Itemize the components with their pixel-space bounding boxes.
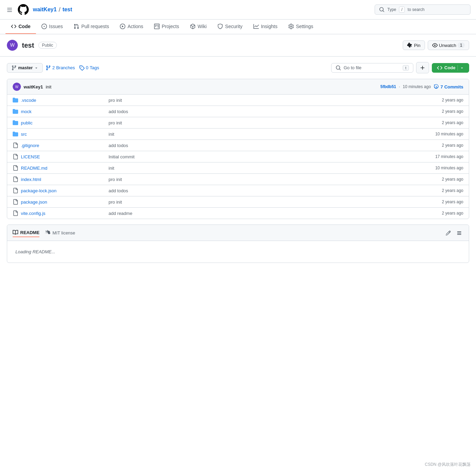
file-commit-message[interactable]: Initial commit [109,154,409,159]
code-btn-chevron-icon[interactable] [460,66,464,70]
file-icon [13,154,18,159]
unwatch-button[interactable]: Unwatch 1 [428,40,469,50]
file-name-link[interactable]: vite.config.js [13,210,109,216]
tab-actions[interactable]: Actions [114,20,149,34]
commit-author-name[interactable]: waitKey1 [24,84,43,89]
file-name-link[interactable]: .gitignore [13,143,109,148]
go-to-file-label: Go to file [344,65,400,70]
tab-code[interactable]: Code [5,20,36,34]
file-commit-message[interactable]: add todos [109,143,409,148]
tab-projects[interactable]: Projects [149,20,185,34]
commit-info-row: W waitKey1 init 5fbdb51 · 10 minutes ago… [7,79,469,95]
insights-icon [253,24,259,29]
tab-wiki-label: Wiki [198,24,206,29]
tags-count: 0 [86,65,88,70]
file-commit-time: 2 years ago [409,177,463,182]
file-commit-time: 2 years ago [409,188,463,193]
readme-section: README MIT license Loading README... [7,225,469,263]
add-file-button[interactable] [416,62,429,73]
tab-issues[interactable]: Issues [36,20,68,34]
tab-pullrequests[interactable]: Pull requests [68,20,114,34]
branches-count: 2 [52,65,55,70]
commit-author-avatar: W [13,83,21,91]
tab-pullrequests-label: Pull requests [81,24,109,29]
edit-icon [446,230,451,236]
branch-name: master [18,65,33,70]
path-separator: / [59,6,60,13]
tab-security[interactable]: Security [212,20,248,34]
file-name-link[interactable]: package.json [13,199,109,205]
actions-icon [120,24,125,29]
code-btn-divider [458,65,458,71]
toc-button[interactable] [455,228,463,237]
file-name-link[interactable]: README.md [13,165,109,171]
tab-wiki[interactable]: Wiki [185,20,212,34]
file-name-link[interactable]: index.html [13,177,109,182]
commit-message[interactable]: init [46,84,51,89]
file-commit-message[interactable]: init [109,166,409,171]
file-commit-message[interactable]: add todos [109,188,409,193]
hamburger-button[interactable] [5,5,14,15]
repo-title: test [22,41,34,49]
folder-icon [13,97,18,103]
file-name-link[interactable]: .vscode [13,97,109,103]
readme-icon [13,230,18,235]
file-name-link[interactable]: public [13,120,109,125]
readme-tab[interactable]: README [13,228,39,237]
tab-code-label: Code [18,24,30,29]
folder-icon [13,120,18,125]
commit-separator: · [399,84,400,89]
commits-count-link[interactable]: 7 Commits [434,84,463,89]
repo-owner-link[interactable]: waitKey1 [33,7,57,13]
go-to-file-input[interactable]: Go to file t [331,63,413,73]
branch-selector[interactable]: master [7,63,43,73]
file-icon [13,177,18,182]
tags-link[interactable]: 0 Tags [79,65,99,71]
file-name-link[interactable]: mock [13,109,109,114]
repo-name-link[interactable]: test [62,7,72,13]
table-row: mock add todos 2 years ago [7,106,469,117]
file-commit-message[interactable]: pro init [109,120,409,125]
file-commit-time: 2 years ago [409,211,463,216]
folder-icon [13,109,18,114]
history-icon [434,84,439,89]
table-row: .vscode pro init 2 years ago [7,95,469,106]
branch-meta: 2 Branches 0 Tags [46,65,99,71]
file-commit-message[interactable]: init [109,132,409,137]
edit-readme-button[interactable] [444,228,452,237]
code-btn-label: Code [444,65,456,70]
file-commit-message[interactable]: add readme [109,211,409,216]
pin-button[interactable]: Pin [403,40,425,50]
tab-settings[interactable]: Settings [283,20,319,34]
commit-hash[interactable]: 5fbdb51 [380,84,396,89]
file-commit-time: 10 minutes ago [409,166,463,170]
code-button[interactable]: Code [432,63,469,73]
file-commit-message[interactable]: pro init [109,98,409,103]
readme-body: Loading README... [7,241,469,263]
branches-link[interactable]: 2 Branches [46,65,75,71]
tab-projects-label: Projects [162,24,179,29]
file-name-link[interactable]: src [13,131,109,137]
global-search-bar[interactable]: Type / to search [375,4,471,15]
license-icon [45,230,50,235]
code-brackets-icon [437,65,442,71]
pin-icon [407,43,413,48]
file-name-link[interactable]: LICENSE [13,154,109,159]
plus-icon [420,65,425,71]
file-commit-time: 2 years ago [409,98,463,102]
commits-count: 7 [440,84,443,89]
commits-label: Commits [444,84,463,89]
file-commit-message[interactable]: pro init [109,177,409,182]
file-commit-message[interactable]: pro init [109,199,409,205]
tab-issues-label: Issues [49,24,63,29]
commit-meta: 5fbdb51 · 10 minutes ago 7 Commits [380,84,463,89]
file-commit-message[interactable]: add todos [109,109,409,114]
file-name-link[interactable]: package-lock.json [13,188,109,193]
readme-tab-label: README [20,230,39,235]
license-tab-label: MIT license [52,230,75,235]
branch-count-icon [46,65,51,71]
tab-insights[interactable]: Insights [248,20,283,34]
repo-owner-avatar: W [7,40,18,51]
tags-label: Tags [90,65,99,70]
license-tab[interactable]: MIT license [45,229,75,237]
